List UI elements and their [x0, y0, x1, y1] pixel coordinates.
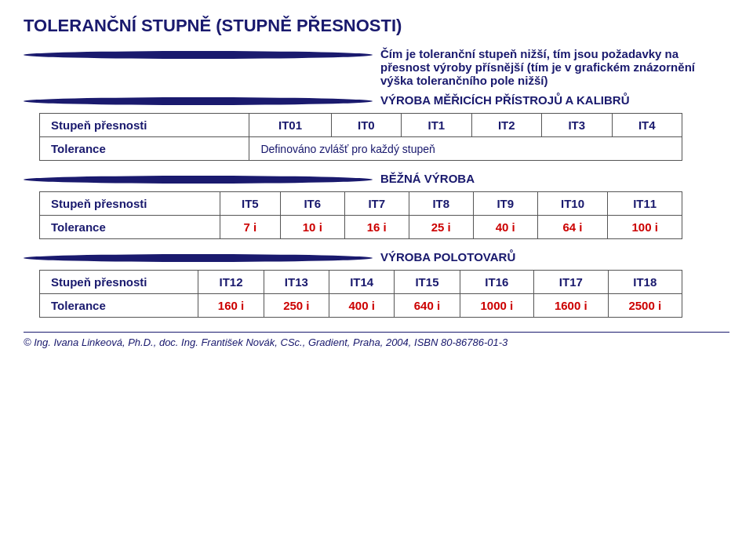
col-header-it17: IT17	[534, 271, 608, 294]
col-header-it0: IT0	[331, 114, 401, 137]
page-title: TOLERANČNÍ STUPNĚ (STUPNĚ PŘESNOSTI)	[24, 16, 729, 36]
tolerance-note: Definováno zvlášť pro každý stupeň	[249, 137, 682, 161]
col-header-it6: IT6	[280, 192, 344, 216]
tolerance-label-2: Tolerance	[40, 216, 220, 239]
bullet-text-4: VÝROBA POLOTOVARŮ	[380, 250, 729, 264]
footer: © Ing. Ivana Linkeová, Ph.D., doc. Ing. …	[24, 332, 729, 348]
table-measuring: Stupeň přesnosti IT01 IT0 IT1 IT2 IT3 IT…	[39, 113, 682, 161]
bullet-item-2: VÝROBA MĚŘICÍCH PŘÍSTROJŮ A KALIBRŮ	[24, 93, 729, 107]
col-header-it14: IT14	[329, 271, 395, 294]
tol-it9: 40 i	[473, 216, 537, 239]
col-header-it15: IT15	[395, 271, 460, 294]
bullet-text-3: BĚŽNÁ VÝROBA	[380, 172, 729, 185]
footer-text: © Ing. Ivana Linkeová, Ph.D., doc. Ing. …	[24, 336, 507, 348]
tolerance-label: Tolerance	[40, 137, 249, 161]
col-header-it8: IT8	[409, 192, 473, 216]
bullet-text-1: Čím je toleranční stupeň nižší, tím jsou…	[380, 47, 729, 87]
bullet-text-2: VÝROBA MĚŘICÍCH PŘÍSTROJŮ A KALIBRŮ	[380, 93, 729, 107]
tol-it17: 1600 i	[534, 294, 608, 318]
bullet-item-3: BĚŽNÁ VÝROBA	[24, 172, 729, 185]
table-blanks-header-row: Stupeň přesnosti IT12 IT13 IT14 IT15 IT1…	[40, 271, 682, 294]
tol-it5: 7 i	[220, 216, 280, 239]
col-header-it12: IT12	[198, 271, 264, 294]
col-header-it10: IT10	[537, 192, 608, 216]
col-header-it01: IT01	[249, 114, 331, 137]
bullet-item-1: Čím je toleranční stupeň nižší, tím jsou…	[24, 47, 729, 87]
tol-it13: 250 i	[264, 294, 329, 318]
bullet-dot-1	[24, 51, 373, 59]
table-standard: Stupeň přesnosti IT5 IT6 IT7 IT8 IT9 IT1…	[39, 191, 682, 239]
tol-it15: 640 i	[395, 294, 460, 318]
col-header-it13: IT13	[264, 271, 329, 294]
table-standard-header-row: Stupeň přesnosti IT5 IT6 IT7 IT8 IT9 IT1…	[40, 192, 682, 216]
col-header-it11: IT11	[608, 192, 682, 216]
table-measuring-tolerance-row: Tolerance Definováno zvlášť pro každý st…	[40, 137, 682, 161]
col-header-it1: IT1	[402, 114, 471, 137]
tol-it11: 100 i	[608, 216, 682, 239]
table-blanks: Stupeň přesnosti IT12 IT13 IT14 IT15 IT1…	[39, 270, 682, 318]
tol-it10: 64 i	[537, 216, 608, 239]
col-header-it18: IT18	[608, 271, 682, 294]
tol-it18: 2500 i	[608, 294, 682, 318]
table-standard-tolerance-row: Tolerance 7 i 10 i 16 i 25 i 40 i 64 i 1…	[40, 216, 682, 239]
col-header-it2: IT2	[471, 114, 541, 137]
col-header-label-3: Stupeň přesnosti	[40, 271, 198, 294]
tolerance-label-3: Tolerance	[40, 294, 198, 318]
col-header-it5: IT5	[220, 192, 280, 216]
tol-it12: 160 i	[198, 294, 264, 318]
tol-it7: 16 i	[344, 216, 409, 239]
bullet-section-2: BĚŽNÁ VÝROBA Stupeň přesnosti IT5 IT6 IT…	[24, 172, 729, 239]
bullet-dot-4	[24, 254, 373, 262]
col-header-it9: IT9	[473, 192, 537, 216]
bullet-dot-2	[24, 97, 373, 105]
col-header-it4: IT4	[612, 114, 682, 137]
col-header-label-2: Stupeň přesnosti	[40, 192, 220, 216]
col-header-it3: IT3	[542, 114, 612, 137]
tol-it14: 400 i	[329, 294, 395, 318]
bullet-dot-3	[24, 176, 373, 184]
col-header-label: Stupeň přesnosti	[40, 114, 249, 137]
col-header-it16: IT16	[460, 271, 533, 294]
bullet-section-1: Čím je toleranční stupeň nižší, tím jsou…	[24, 47, 729, 161]
tol-it6: 10 i	[280, 216, 344, 239]
tol-it16: 1000 i	[460, 294, 533, 318]
col-header-it7: IT7	[344, 192, 409, 216]
table-measuring-header-row: Stupeň přesnosti IT01 IT0 IT1 IT2 IT3 IT…	[40, 114, 682, 137]
table-blanks-tolerance-row: Tolerance 160 i 250 i 400 i 640 i 1000 i…	[40, 294, 682, 318]
bullet-item-4: VÝROBA POLOTOVARŮ	[24, 250, 729, 264]
tol-it8: 25 i	[409, 216, 473, 239]
bullet-section-3: VÝROBA POLOTOVARŮ Stupeň přesnosti IT12 …	[24, 250, 729, 318]
